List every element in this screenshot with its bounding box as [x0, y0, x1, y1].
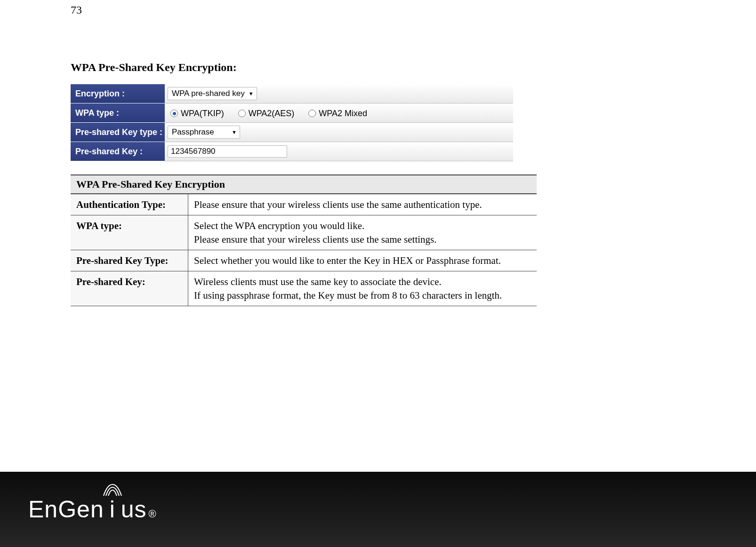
desc-val: Wireless clients must use the same key t… [188, 271, 537, 306]
label-encryption: Encryption : [71, 84, 165, 103]
desc-row: Authentication Type: Please ensure that … [71, 194, 537, 215]
antenna-icon [103, 483, 122, 497]
chevron-down-icon: ▼ [232, 129, 237, 135]
brand-text-en: En [28, 496, 58, 523]
radio-label: WPA2(AES) [249, 109, 295, 119]
desc-val: Select the WPA encryption you would like… [188, 215, 537, 250]
desc-row: Pre-shared Key Type: Select whether you … [71, 250, 537, 271]
radio-icon [238, 110, 246, 117]
brand-logo: EnGen ius® [28, 496, 157, 523]
desc-key: WPA type: [71, 215, 188, 250]
content-area: WPA Pre-Shared Key Encryption: Encryptio… [71, 61, 541, 306]
psk-type-select[interactable]: Passphrase ▼ [168, 126, 240, 139]
desc-key: Pre-shared Key: [71, 271, 188, 306]
config-table: Encryption : WPA pre-shared key ▼ WPA ty… [71, 84, 513, 161]
description-table: WPA Pre-Shared Key Encryption Authentica… [71, 174, 537, 306]
radio-wpa2-mixed[interactable]: WPA2 Mixed [308, 109, 367, 119]
row-encryption: Encryption : WPA pre-shared key ▼ [71, 84, 513, 103]
registered-icon: ® [149, 508, 157, 520]
brand-text-us: us [121, 496, 147, 523]
desc-row: Pre-shared Key: Wireless clients must us… [71, 271, 537, 306]
radio-icon [170, 110, 178, 117]
desc-row: WPA type: Select the WPA encryption you … [71, 215, 537, 250]
footer: EnGen ius® [0, 472, 756, 547]
brand-text-en2: en [77, 496, 104, 523]
psk-input[interactable]: 1234567890 [168, 145, 287, 158]
label-wpa-type: WPA type : [71, 103, 165, 123]
page: 73 WPA Pre-Shared Key Encryption: Encryp… [0, 0, 756, 547]
radio-icon [308, 110, 316, 117]
chevron-down-icon: ▼ [249, 91, 254, 96]
radio-label: WPA2 Mixed [319, 109, 367, 119]
label-psk-type: Pre-shared Key type : [71, 123, 165, 142]
radio-wpa-tkip[interactable]: WPA(TKIP) [170, 109, 224, 119]
desc-key: Authentication Type: [71, 194, 188, 215]
desc-header: WPA Pre-Shared Key Encryption [71, 175, 537, 194]
radio-label: WPA(TKIP) [181, 109, 224, 119]
row-psk-type: Pre-shared Key type : Passphrase ▼ [71, 123, 513, 142]
encryption-select[interactable]: WPA pre-shared key ▼ [168, 87, 257, 100]
desc-val: Select whether you would like to enter t… [188, 250, 537, 271]
page-number: 73 [71, 4, 82, 16]
wpa-type-radio-group: WPA(TKIP) WPA2(AES) WPA2 Mixed [170, 109, 367, 119]
brand-text-g: G [58, 496, 77, 523]
section-title: WPA Pre-Shared Key Encryption: [71, 61, 541, 74]
label-psk: Pre-shared Key : [71, 142, 165, 161]
row-wpa-type: WPA type : WPA(TKIP) WPA2(AES) [71, 103, 513, 123]
brand-text-i: i [104, 496, 121, 523]
desc-key: Pre-shared Key Type: [71, 250, 188, 271]
psk-type-select-value: Passphrase [172, 127, 214, 137]
desc-val: Please ensure that your wireless clients… [188, 194, 537, 215]
radio-wpa2-aes[interactable]: WPA2(AES) [238, 109, 295, 119]
row-psk: Pre-shared Key : 1234567890 [71, 142, 513, 161]
encryption-select-value: WPA pre-shared key [172, 89, 245, 98]
